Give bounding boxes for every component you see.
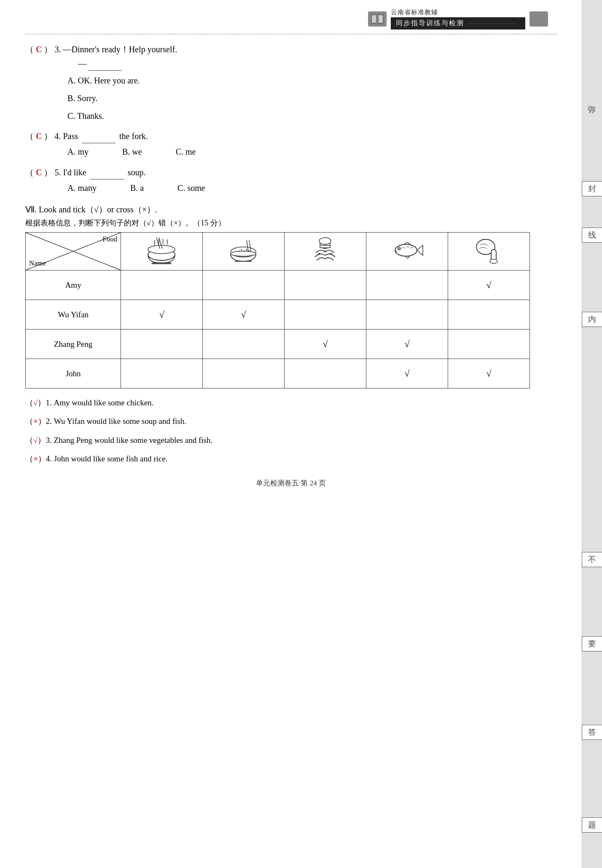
table-row: Zhang Peng√√	[26, 330, 530, 359]
q3-answer: C	[36, 45, 42, 54]
q3-option-a: A. OK. Here you are.	[67, 72, 556, 88]
svg-point-20	[231, 251, 256, 256]
q4-answer: C	[36, 131, 42, 141]
svg-point-32	[399, 248, 400, 249]
q5-answer: C	[36, 168, 42, 177]
food-table: Food Name	[25, 232, 530, 388]
fish-icon	[389, 237, 425, 264]
table-cell-check	[203, 359, 285, 388]
header-top-text: 云南省标准教辅	[391, 8, 438, 16]
q4-option-a: A. my	[67, 143, 89, 160]
q5-text: 5. I'd like soup.	[54, 168, 145, 177]
svg-point-25	[319, 238, 331, 244]
food-col-rice	[203, 233, 285, 271]
table-cell-check: √	[121, 300, 203, 330]
q3-number: 3. —Dinner's ready！Help yourself.	[54, 45, 177, 54]
check-item: （√）3. Zhang Peng would like some vegetab…	[25, 434, 556, 447]
table-cell-check	[121, 271, 203, 300]
question-5: （ C ） 5. I'd like soup. A. many B. a C. …	[25, 165, 556, 196]
svg-point-29	[330, 253, 332, 255]
table-cell-name: Zhang Peng	[26, 330, 121, 359]
q5-paren-close: ）	[44, 168, 52, 177]
table-row: Wu Yifan√√	[26, 300, 530, 330]
table-cell-check: √	[203, 300, 285, 330]
table-cell-name: Wu Yifan	[26, 300, 121, 330]
table-cell-check	[285, 300, 366, 330]
svg-rect-26	[320, 245, 330, 248]
header-banner-text: 同步指导训练与检测	[396, 19, 464, 28]
q3-paren-close: ）	[44, 45, 52, 54]
food-col-soup	[121, 233, 203, 271]
question-3: （ C ） 3. —Dinner's ready！Help yourself. …	[25, 42, 556, 124]
rice-bowl-icon	[226, 237, 261, 264]
table-cell-check	[285, 271, 366, 300]
section7-header: Ⅶ. Look and tick（√）or cross（×）.	[25, 204, 556, 215]
table-cell-check	[366, 300, 448, 330]
table-cell-check	[448, 300, 530, 330]
section7-title: Ⅶ. Look and tick（√）or cross（×）.	[25, 205, 157, 214]
table-cell-check	[203, 330, 285, 359]
q5-option-b: B. a	[130, 179, 144, 196]
q3-paren-open: （	[25, 45, 34, 54]
q5-option-c: C. some	[177, 179, 205, 196]
q3-option-b: B. Sorry.	[67, 90, 556, 106]
q5-options: A. many B. a C. some	[67, 179, 556, 196]
food-col-fish	[366, 233, 448, 271]
table-cell-check	[448, 330, 530, 359]
food-col-chicken	[448, 233, 530, 271]
svg-point-30	[395, 244, 417, 256]
svg-point-27	[324, 251, 326, 252]
q4-paren-open: （	[25, 131, 34, 141]
check-item: （×）4. John would like some fish and rice…	[25, 452, 556, 466]
table-cell-check	[366, 271, 448, 300]
table-cell-check	[121, 359, 203, 388]
table-header-diag: Food Name	[26, 233, 121, 271]
check-result: ×	[33, 454, 38, 463]
section7-subtitle: 根据表格信息，判断下列句子的对（√）错（×）。（15 分）	[25, 218, 556, 228]
dotted-divider	[25, 34, 556, 35]
header-name-label: Name	[29, 259, 46, 268]
q5-option-a: A. many	[67, 179, 97, 196]
chicken-leg-icon	[471, 237, 507, 264]
q4-text: 4. Pass the fork.	[54, 131, 148, 141]
svg-point-15	[246, 249, 247, 250]
svg-point-13	[241, 249, 242, 250]
check-result: √	[33, 398, 38, 407]
svg-point-35	[490, 259, 497, 263]
table-cell-check	[285, 359, 366, 388]
food-col-vegetables	[285, 233, 366, 271]
table-cell-check: √	[366, 359, 448, 388]
table-cell-check: √	[448, 271, 530, 300]
check-item: （×）2. Wu Yifan would like some soup and …	[25, 415, 556, 428]
table-cell-check: √	[448, 359, 530, 388]
table-row: Amy√	[26, 271, 530, 300]
svg-rect-0	[371, 15, 376, 23]
table-cell-check	[203, 271, 285, 300]
check-result: ×	[33, 417, 38, 426]
svg-point-28	[318, 253, 320, 255]
soup-bowl-icon	[144, 237, 180, 264]
q4-option-c: C. me	[176, 143, 196, 160]
vegetables-icon	[307, 237, 343, 264]
q3-blank-line: —	[59, 59, 124, 68]
table-cell-check: √	[285, 330, 366, 359]
page-header: 云南省标准教辅 同步指导训练与检测 ···················	[25, 8, 556, 29]
table-cell-check: √	[366, 330, 448, 359]
table-cell-name: John	[26, 359, 121, 388]
table-cell-name: Amy	[26, 271, 121, 300]
check-item: （√）1. Amy would like some chicken.	[25, 396, 556, 410]
header-food-label: Food	[102, 235, 117, 244]
table-row: John√√	[26, 359, 530, 388]
question-4: （ C ） 4. Pass the fork. A. my B. we C. m…	[25, 129, 556, 160]
q4-option-b: B. we	[122, 143, 142, 160]
q4-options: A. my B. we C. me	[67, 143, 556, 160]
svg-rect-1	[378, 15, 383, 23]
page-footer: 单元检测卷五·第 24 页	[25, 478, 556, 488]
q5-paren-open: （	[25, 168, 34, 177]
table-cell-check	[121, 330, 203, 359]
q4-paren-close: ）	[44, 131, 52, 141]
check-result: √	[33, 436, 38, 445]
footer-text: 单元检测卷五·第 24 页	[256, 479, 326, 487]
q3-option-c: C. Thanks.	[67, 108, 556, 124]
